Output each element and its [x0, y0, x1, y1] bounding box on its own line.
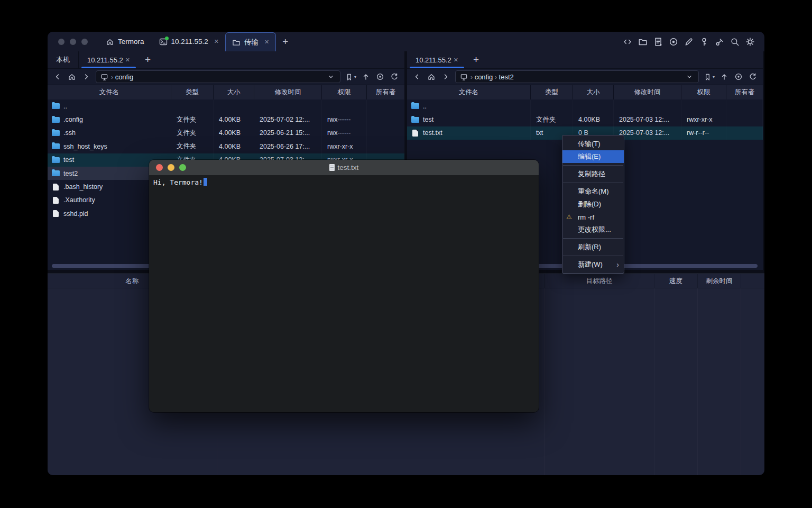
file-table-header[interactable]: 文件名 类型 大小 修改时间 权限 所有者: [48, 85, 404, 99]
menu-item[interactable]: [563, 238, 623, 239]
close-window-button[interactable]: [156, 164, 163, 171]
show-hidden-icon[interactable]: [734, 72, 743, 81]
file-type-icon: [52, 143, 60, 149]
back-icon[interactable]: [412, 72, 422, 81]
bookmark-caret-icon[interactable]: ▾: [713, 75, 715, 79]
menu-item[interactable]: 删除(D): [562, 198, 624, 211]
bookmark-icon[interactable]: [704, 73, 712, 81]
refresh-icon[interactable]: [390, 72, 399, 81]
column-header-owner[interactable]: 所有者: [367, 85, 404, 99]
crumb[interactable]: config: [475, 73, 493, 81]
menu-item[interactable]: 更改权限...: [562, 223, 624, 236]
new-tab-button[interactable]: +: [276, 32, 294, 51]
pencil-icon[interactable]: [684, 37, 694, 47]
upload-icon[interactable]: [361, 72, 371, 81]
table-row[interactable]: ..: [48, 99, 404, 113]
table-row[interactable]: .config 文件夹 4.00KB 2025-07-02 12:... rwx…: [48, 113, 404, 126]
table-row[interactable]: .ssh 文件夹 4.00KB 2025-06-21 15:... rwx---…: [48, 126, 404, 140]
path-breadcrumb[interactable]: › config: [96, 70, 340, 83]
show-hidden-icon[interactable]: [375, 72, 385, 81]
chevron-down-icon[interactable]: [685, 72, 694, 81]
menu-item[interactable]: 刷新(R): [562, 241, 624, 253]
close-tab-icon[interactable]: ✕: [125, 57, 130, 64]
menu-item[interactable]: rm -rf: [562, 211, 624, 223]
maximize-window-button[interactable]: [81, 39, 88, 45]
minimize-window-button[interactable]: [168, 164, 174, 171]
maximize-window-button[interactable]: [179, 164, 186, 171]
tab-session[interactable]: 10.211.55.2 ✕: [153, 32, 226, 51]
document-icon[interactable]: [653, 37, 663, 47]
bookmark-group[interactable]: ▾: [704, 73, 715, 81]
cell-type: 文件夹: [171, 140, 214, 153]
column-header-perm[interactable]: 权限: [681, 85, 726, 99]
menu-item[interactable]: 传输(T): [562, 138, 624, 150]
table-row[interactable]: test 文件夹 4.00KB 2025-07-03 12:... rwxr-x…: [407, 113, 763, 126]
forward-icon[interactable]: [441, 72, 450, 81]
column-header-type[interactable]: 类型: [171, 85, 214, 99]
column-header-speed[interactable]: 速度: [654, 274, 698, 288]
column-header-name[interactable]: 文件名: [407, 85, 531, 99]
titlebar-actions: [623, 32, 764, 51]
menu-item[interactable]: 编辑(E): [562, 150, 624, 163]
keychain-icon[interactable]: [715, 37, 724, 47]
home-icon[interactable]: [427, 72, 436, 81]
column-header-name[interactable]: 文件名: [48, 85, 171, 99]
forward-icon[interactable]: [81, 72, 91, 81]
bookmark-caret-icon[interactable]: ▾: [354, 75, 356, 79]
crumb[interactable]: config: [115, 73, 134, 81]
close-window-button[interactable]: [58, 39, 64, 45]
close-tab-icon[interactable]: ✕: [454, 57, 458, 64]
minimize-window-button[interactable]: [70, 39, 76, 45]
column-header-modified[interactable]: 修改时间: [254, 85, 322, 99]
column-header-size[interactable]: 大小: [214, 85, 254, 99]
code-icon[interactable]: [623, 37, 632, 47]
search-icon[interactable]: [730, 37, 740, 47]
bookmark-group[interactable]: ▾: [345, 73, 356, 81]
chevron-down-icon[interactable]: [326, 72, 336, 81]
editor-window-controls[interactable]: [149, 164, 186, 171]
bookmark-icon[interactable]: [345, 73, 353, 81]
new-panel-tab-button[interactable]: +: [467, 51, 485, 68]
close-tab-icon[interactable]: ✕: [214, 38, 219, 45]
table-row[interactable]: ssh_host_keys 文件夹 4.00KB 2025-06-26 17:.…: [48, 140, 404, 153]
refresh-icon[interactable]: [748, 72, 758, 81]
gear-icon[interactable]: [745, 37, 755, 47]
editor-titlebar[interactable]: test.txt: [149, 160, 539, 175]
file-table-header[interactable]: 文件名 类型 大小 修改时间 权限 所有者: [407, 85, 763, 99]
cell-modified: [614, 99, 681, 113]
column-header-size[interactable]: 大小: [573, 85, 614, 99]
home-icon[interactable]: [67, 72, 77, 81]
close-tab-icon[interactable]: ✕: [264, 39, 269, 46]
path-breadcrumb[interactable]: › config › test2: [455, 70, 699, 83]
left-panel-toolbar: › config ▾: [48, 69, 404, 85]
table-row[interactable]: ..: [407, 99, 763, 113]
column-header-perm[interactable]: 权限: [322, 85, 367, 99]
cell-perm: rwx------: [322, 126, 367, 140]
upload-icon[interactable]: [719, 72, 729, 81]
crumb[interactable]: test2: [499, 73, 514, 81]
column-header-dest[interactable]: 目标路径: [545, 274, 654, 288]
menu-item[interactable]: 重命名(M): [562, 185, 624, 198]
column-header-modified[interactable]: 修改时间: [614, 85, 681, 99]
panel-tab-session[interactable]: 10.211.55.2 ✕: [79, 51, 139, 68]
back-icon[interactable]: [53, 72, 62, 81]
column-header-owner[interactable]: 所有者: [726, 85, 763, 99]
menu-item[interactable]: [563, 183, 623, 183]
menu-item[interactable]: 复制路径: [562, 168, 624, 180]
column-header-type[interactable]: 类型: [531, 85, 573, 99]
menu-item[interactable]: 新建(W) ›: [562, 258, 624, 271]
menu-item[interactable]: [563, 165, 623, 166]
record-icon[interactable]: [669, 37, 678, 47]
folder-icon[interactable]: [638, 37, 648, 47]
window-controls[interactable]: [48, 32, 97, 51]
editor-content[interactable]: Hi, Termora!: [149, 175, 539, 189]
column-header-remaining[interactable]: 剩余时间: [698, 274, 741, 288]
panel-tab-session[interactable]: 10.211.55.2 ✕: [407, 51, 467, 68]
panel-tab-local[interactable]: 本机: [48, 51, 79, 68]
key-icon[interactable]: [699, 37, 709, 47]
menu-item[interactable]: [563, 256, 623, 256]
panel-tab-label: 10.211.55.2: [87, 56, 123, 64]
tab-home[interactable]: Termora: [97, 32, 153, 51]
new-panel-tab-button[interactable]: +: [139, 51, 157, 68]
tab-transfer[interactable]: 传输 ✕: [225, 32, 276, 51]
